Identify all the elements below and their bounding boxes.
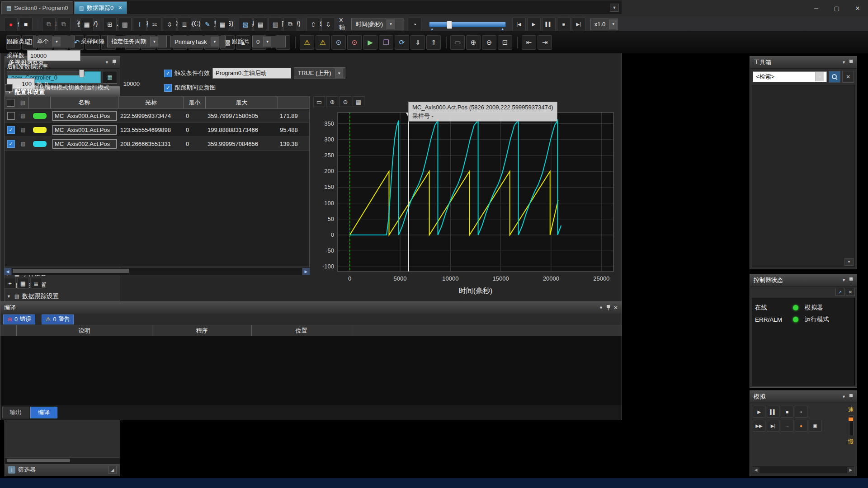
measure-btn-button[interactable]: ⇳ [163,18,176,31]
detach-button[interactable]: ⧉ [57,18,71,31]
pin-icon[interactable] [606,305,610,311]
position-slider[interactable]: ▲ ▲ [429,22,506,27]
tab-data-trace0[interactable]: ▧ 数据跟踪0 ✕ [74,1,127,14]
scroll-right-icon[interactable]: ▶ [847,467,854,473]
filter-expand-button[interactable]: ◢ [108,466,117,474]
start-on-run-checkbox[interactable] [5,84,13,92]
scroll-right-icon[interactable]: ▶ [302,268,310,275]
signal-visible-checkbox[interactable] [7,126,15,134]
fast-forward-button[interactable]: ▶▶ [753,420,765,432]
sample-count-input[interactable]: 10000 [27,50,80,61]
sim-speed-slider[interactable] [849,415,854,436]
grid-btn-button[interactable]: ⊞ [103,18,117,31]
stop-button[interactable]: ■ [19,18,33,31]
xaxis-unit-dropdown[interactable]: 时间(毫秒) [351,19,404,30]
table-btn-button[interactable]: ▦ [216,18,229,31]
zoom-in-chart-button[interactable]: ⊕ [326,96,338,107]
maximize-button[interactable]: ▢ [826,0,847,16]
scroll-left-icon[interactable]: ◀ [4,268,11,275]
close-icon[interactable]: ✕ [118,5,122,11]
signal-color-swatch[interactable] [33,113,47,119]
signal-color-swatch[interactable] [33,127,47,133]
record-dot-button[interactable]: ● [795,420,807,432]
filter-bar[interactable]: i 筛选器 ◢ [5,464,120,476]
location-column-header[interactable]: 位置 [252,325,351,336]
pause-button[interactable]: ▌▌ [542,18,556,31]
signal-row-2[interactable]: ▧MC_Axis002.Act.Pos208.2666635513310359.… [5,137,309,151]
select-all-checkbox[interactable] [7,99,14,107]
update-during-trace-checkbox[interactable] [164,84,172,92]
stop-play-button[interactable]: ■ [557,18,571,31]
pin-icon[interactable] [849,60,853,66]
explorer-hscrollbar[interactable] [5,457,120,464]
task-dropdown[interactable]: PrimaryTask [170,36,226,47]
pen-btn-button[interactable]: ✎ [201,18,214,31]
signal-row-0[interactable]: ▧MC_Axis000.Act.Pos222.5999593734740359.… [5,109,309,123]
chevron-down-icon[interactable]: ▼ [842,60,846,65]
trace-chart[interactable]: 0500010000150002000025000-100-5005010015… [311,106,621,300]
trigger-condition-dropdown[interactable]: TRUE (上升) [294,67,345,79]
cursor-h-button[interactable]: ≍ [148,18,161,31]
stop-button[interactable]: ■ [781,406,793,418]
signal-row-1[interactable]: ▧MC_Axis001.Act.Pos123.5555546998980199.… [5,123,309,137]
signal-name[interactable]: MC_Axis002.Act.Pos [52,139,117,149]
program-column-header[interactable]: 程序 [152,325,252,336]
scale-btn-button[interactable]: ▥ [118,18,132,31]
sampling-interval-dropdown[interactable]: 指定任务周期 [107,36,167,47]
close-button[interactable]: ✕ [847,0,868,16]
scroll-left-icon[interactable]: ◀ [752,467,760,473]
close-icon[interactable]: ✕ [846,288,855,296]
play-button[interactable]: ▶ [753,406,765,418]
signal-name[interactable]: MC_Axis001.Act.Pos [52,125,117,135]
trace-number-dropdown[interactable]: 0 [252,36,286,47]
clear-search-button[interactable]: ✕ [842,71,854,83]
chart-a-button[interactable]: ▧ [239,18,252,31]
tab-output[interactable]: 输出 [2,407,29,418]
name-column-header[interactable]: 名称 [51,97,118,108]
trace-type-dropdown[interactable]: 单个 [33,36,75,47]
chart-d-button[interactable]: ⧉ [283,18,297,31]
step-end-button[interactable]: ▶| [767,420,779,432]
sim-hscrollbar[interactable]: ◀ ▶ [752,466,855,474]
signal-color-swatch[interactable] [33,141,47,147]
max-column-header[interactable]: 最大 [206,97,278,108]
chart-b-button[interactable]: ▤ [254,18,267,31]
expand-status-icon[interactable]: ↗ [835,288,844,296]
cursor-column-header[interactable]: 光标 [118,97,184,108]
chart-c-button[interactable]: ▥ [269,18,282,31]
close-icon[interactable]: ✕ [613,305,618,311]
pin-icon[interactable] [849,277,853,283]
trigger-enabled-checkbox[interactable] [164,70,172,77]
trigger-variable-input[interactable]: Program0.主轴启动 [212,68,291,79]
jump-button[interactable]: → [781,420,793,432]
signal-visible-checkbox[interactable] [7,112,15,120]
toolbox-expand-icon[interactable]: ▼ [844,258,854,266]
step-button[interactable]: ▪ [795,406,807,418]
pin-icon[interactable] [849,394,853,400]
min-column-header[interactable]: 最小 [184,97,206,108]
chevron-down-icon[interactable]: ▼ [842,278,846,282]
import-btn-button[interactable]: ⇩ [321,18,335,31]
seek-end-button[interactable]: ▶| [572,18,585,31]
search-button[interactable] [829,71,840,83]
extra-column-header[interactable] [278,97,309,108]
signal-name[interactable]: MC_Axis000.Act.Pos [52,111,117,121]
error-badge[interactable]: ⊗ 0错误 [3,314,35,324]
grid-toggle-button[interactable]: ▦ [353,96,364,107]
desc-column-header[interactable]: 说明 [17,325,152,336]
select-region-button[interactable]: ▭ [313,96,325,107]
playback-speed-dropdown[interactable]: x1.0 [590,19,618,30]
seek-start-button[interactable]: |◀ [512,18,526,31]
tab-build[interactable]: 编译 [30,407,57,418]
zoom-out-chart-button[interactable]: ⊖ [340,96,351,107]
toolbox-search-input[interactable]: <检索> [753,71,827,82]
digital-table-button[interactable]: ▦ [80,18,94,31]
signal-table-hscrollbar[interactable]: ◀ ▶ [4,268,310,275]
attach-button[interactable]: ⧉ [42,18,56,31]
frame-button[interactable]: ▣ [809,420,821,432]
overlay-btn-button[interactable]: ≣ [178,18,191,31]
record-button[interactable]: ● [4,18,18,31]
chevron-down-icon[interactable]: ▼ [842,394,846,399]
grid-view-button[interactable]: ▦ [17,278,29,289]
signal-visible-checkbox[interactable] [7,140,15,148]
